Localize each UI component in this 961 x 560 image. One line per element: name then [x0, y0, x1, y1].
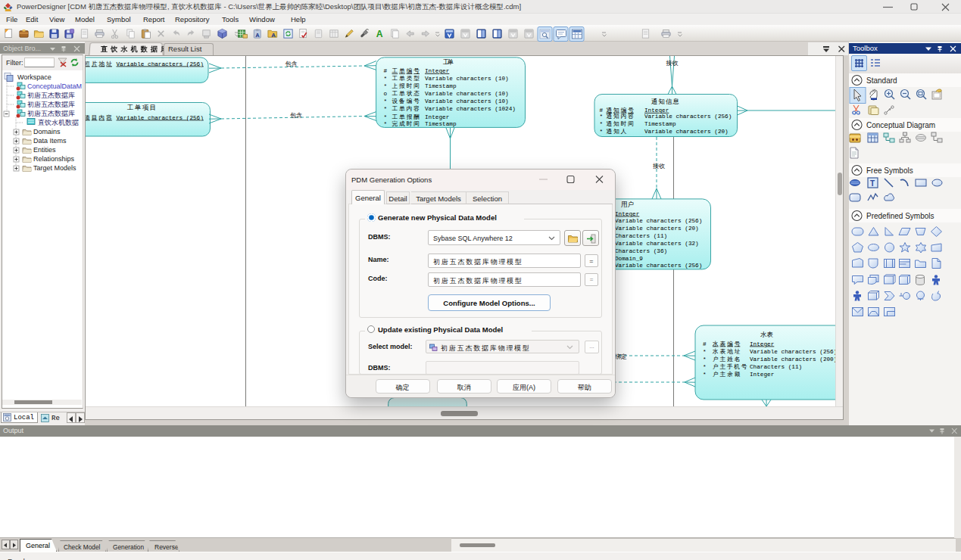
- svg-text:Variable characters (10): Variable characters (10): [425, 91, 509, 97]
- svg-text:工单内容: 工单内容: [392, 105, 420, 112]
- svg-text:通知时间: 通知时间: [607, 120, 634, 127]
- svg-text:Variable characters (256): Variable characters (256): [615, 218, 702, 224]
- svg-text:Predefined Symbols: Predefined Symbols: [866, 212, 934, 220]
- svg-text:项目内容: 项目内容: [86, 114, 112, 121]
- svg-text:T: T: [870, 179, 875, 188]
- svg-text:Variable characters (256): Variable characters (256): [615, 263, 702, 269]
- svg-text:Standard: Standard: [866, 76, 897, 85]
- svg-text:Variable characters (256): Variable characters (256): [117, 115, 204, 121]
- svg-text:Variable characters (256): Variable characters (256): [644, 114, 732, 120]
- svg-text:Integer: Integer: [425, 114, 449, 120]
- svg-text:户主余额: 户主余额: [713, 371, 741, 378]
- svg-text:工单状态: 工单状态: [392, 90, 420, 97]
- svg-text:#: #: [600, 107, 604, 114]
- svg-text:Variable characters (1024): Variable characters (1024): [425, 106, 516, 112]
- svg-text:Variable characters (256): Variable characters (256): [117, 61, 204, 67]
- svg-text:Integer: Integer: [615, 211, 639, 217]
- svg-text:工单编号: 工单编号: [392, 67, 420, 74]
- svg-text:Variable characters (20): Variable characters (20): [615, 226, 699, 232]
- svg-text:*: *: [384, 98, 388, 104]
- svg-text:Variable characters (10): Variable characters (10): [425, 76, 509, 82]
- svg-text:水表: 水表: [760, 331, 774, 338]
- svg-text:Free Symbols: Free Symbols: [866, 166, 913, 175]
- svg-text:*: *: [384, 83, 388, 89]
- svg-text:用户: 用户: [621, 201, 634, 208]
- svg-text:通知人: 通知人: [607, 128, 627, 135]
- svg-text:设备编号: 设备编号: [392, 98, 420, 104]
- svg-text:Variable characters (200): Variable characters (200): [750, 356, 835, 362]
- svg-text:绑定: 绑定: [615, 353, 627, 360]
- svg-text:Characters (11): Characters (11): [615, 233, 667, 239]
- svg-text:Timestamp: Timestamp: [425, 83, 457, 89]
- svg-text:#: #: [703, 341, 707, 347]
- svg-text:*: *: [703, 372, 707, 378]
- svg-text:o: o: [384, 91, 388, 97]
- svg-text:Characters (36): Characters (36): [615, 248, 667, 254]
- svg-text:Variable characters (32): Variable characters (32): [615, 241, 699, 247]
- svg-text:户主手机号: 户主手机号: [713, 363, 747, 370]
- svg-text:Variable characters (10): Variable characters (10): [425, 98, 509, 104]
- svg-text:Timestamp: Timestamp: [425, 121, 457, 127]
- svg-text:上报时间: 上报时间: [392, 82, 420, 89]
- svg-text:Integer: Integer: [425, 68, 449, 74]
- svg-text:包含: 包含: [285, 61, 298, 67]
- svg-text:Variable characters (256): Variable characters (256): [750, 349, 835, 355]
- svg-text:*: *: [600, 121, 604, 127]
- svg-text:Integer: Integer: [750, 341, 774, 347]
- svg-text:*: *: [703, 349, 707, 355]
- svg-text:*: *: [384, 106, 388, 112]
- svg-text:#: #: [384, 68, 388, 74]
- svg-text:*: *: [384, 114, 388, 120]
- svg-text:工单类型: 工单类型: [392, 75, 420, 82]
- svg-text:*: *: [703, 364, 707, 370]
- svg-text:Variable characters (20): Variable characters (20): [644, 129, 729, 135]
- svg-text:通知信息: 通知信息: [651, 98, 680, 105]
- svg-text:*: *: [384, 121, 388, 127]
- svg-text:*: *: [703, 356, 707, 362]
- svg-text:*: *: [384, 76, 388, 82]
- svg-text:Integer: Integer: [750, 372, 774, 378]
- svg-text:Characters (11): Characters (11): [750, 364, 802, 370]
- svg-text:*: *: [600, 129, 604, 135]
- svg-text:照片地址: 照片地址: [86, 61, 112, 67]
- svg-text:Timestamp: Timestamp: [644, 121, 676, 127]
- svg-text:Integer: Integer: [644, 107, 669, 114]
- svg-text:工单报酬: 工单报酬: [392, 114, 420, 120]
- svg-text:接收: 接收: [666, 60, 679, 67]
- svg-text:户主姓名: 户主姓名: [713, 356, 740, 362]
- svg-text:包含: 包含: [290, 112, 302, 119]
- svg-text:工单: 工单: [442, 58, 454, 66]
- svg-text:Conceptual Diagram: Conceptual Diagram: [866, 121, 935, 129]
- svg-text:完成时间: 完成时间: [392, 120, 420, 127]
- svg-text:*: *: [600, 114, 604, 120]
- svg-text:Domain_9: Domain_9: [615, 256, 643, 262]
- svg-text:通知内容: 通知内容: [607, 113, 635, 120]
- svg-text:接收: 接收: [653, 163, 665, 170]
